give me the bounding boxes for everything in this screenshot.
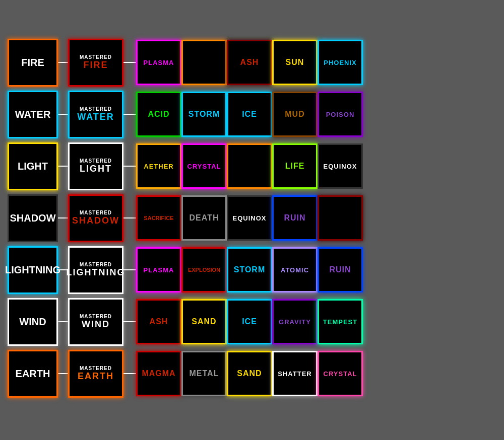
mastered-wind: MASTEREDWIND — [68, 298, 123, 346]
derived-shadow-death: DEATH — [181, 195, 227, 241]
derived-fire-phoenix: PHOENIX — [318, 40, 363, 85]
derived-light-aether: AETHER — [136, 143, 181, 189]
row-lightning: LIGHTNINGMASTEREDLIGHTNINGPLASMAEXPLOSIO… — [8, 246, 496, 294]
mastered-light: MASTEREDLIGHT — [68, 142, 123, 190]
base-light: LIGHT — [8, 142, 58, 190]
derived-wind-sand: SAND — [181, 299, 227, 344]
base-earth: EARTH — [8, 350, 58, 398]
derived-lightning-ruin: RUIN — [318, 247, 363, 292]
derived-lightning-explosion: EXPLOSION — [181, 247, 227, 292]
derived-earth-magma: MAGMA — [136, 351, 181, 396]
row-earth: EARTHMASTEREDEARTHMAGMAMETALSANDSHATTERC… — [8, 350, 496, 398]
row-light: LIGHTMASTEREDLIGHTAETHERCRYSTALFLARELIFE… — [8, 142, 496, 190]
derived-wind-gravity: GRAVITY — [272, 299, 318, 344]
derived-fire-sun: SUN — [272, 40, 318, 85]
derived-lightning-storm: STORM — [227, 247, 272, 292]
derived-wind-tempest: TEMPEST — [318, 299, 363, 344]
derived-water-ice: ICE — [227, 92, 272, 137]
mastered-earth: MASTEREDEARTH — [68, 350, 123, 398]
derived-fire-flare: FLARE — [181, 40, 227, 85]
mastered-water: MASTEREDWATER — [68, 91, 123, 138]
row-wind: WINDMASTEREDWINDASHSANDICEGRAVITYTEMPEST — [8, 298, 496, 346]
derived-fire-ash: ASH — [227, 40, 272, 85]
derived-lightning-atomic: ATOMIC — [272, 247, 318, 292]
base-shadow: SHADOW — [8, 194, 58, 242]
derived-light-flare: FLARE — [227, 143, 272, 189]
row-shadow: SHADOWMASTEREDSHADOWSACRIFICEDEATHEQUINO… — [8, 194, 496, 242]
derived-shadow-equinox: EQUINOX — [227, 195, 272, 241]
mastered-lightning: MASTEREDLIGHTNING — [68, 246, 123, 294]
derived-water-storm: STORM — [181, 92, 227, 137]
mastered-shadow: MASTEREDSHADOW — [68, 194, 123, 242]
derived-shadow-empty — [318, 195, 363, 241]
derived-light-equinox: EQUINOX — [318, 143, 363, 189]
derived-earth-crystal: CRYSTAL — [318, 351, 363, 396]
derived-lightning-plasma: PLASMA — [136, 247, 181, 292]
row-fire: FIREMASTEREDFIREPLASMAFLAREASHSUNPHOENIX — [8, 39, 496, 87]
base-wind: WIND — [8, 298, 58, 346]
row-water: WATERMASTEREDWATERACIDSTORMICEMUDPOISON — [8, 91, 496, 138]
derived-fire-plasma: PLASMA — [136, 40, 181, 85]
derived-water-poison: POISON — [318, 92, 363, 137]
derived-light-life: LIFE — [272, 143, 318, 189]
element-chart: FIREMASTEREDFIREPLASMAFLAREASHSUNPHOENIX… — [5, 34, 499, 407]
base-water: WATER — [8, 91, 58, 138]
derived-wind-ice: ICE — [227, 299, 272, 344]
derived-light-crystal: CRYSTAL — [181, 143, 227, 189]
derived-water-mud: MUD — [272, 92, 318, 137]
derived-earth-shatter: SHATTER — [272, 351, 318, 396]
derived-water-acid: ACID — [136, 92, 181, 137]
base-fire: FIRE — [8, 39, 58, 87]
derived-shadow-ruin: RUIN — [272, 195, 318, 241]
derived-shadow-sacrifice: SACRIFICE — [136, 195, 181, 241]
derived-earth-metal: METAL — [181, 351, 227, 396]
derived-earth-sand: SAND — [227, 351, 272, 396]
derived-wind-ash: ASH — [136, 299, 181, 344]
base-lightning: LIGHTNING — [8, 246, 58, 294]
mastered-fire: MASTEREDFIRE — [68, 39, 123, 87]
